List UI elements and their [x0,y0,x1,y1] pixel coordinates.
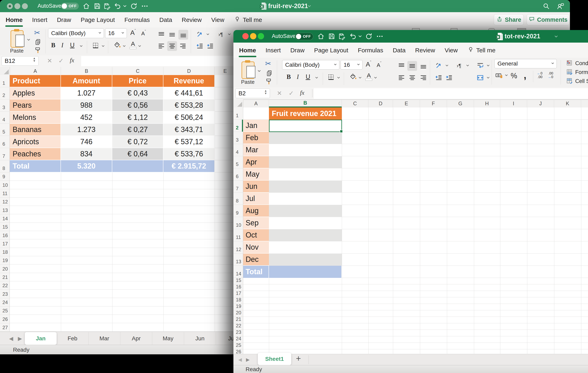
zoom-button[interactable] [22,3,28,9]
document-title[interactable]: tot-rev-2021 [504,33,540,40]
total-price-empty[interactable] [112,160,163,172]
decrease-indent-icon[interactable] [196,42,204,50]
cell-price[interactable]: € 0,72 [112,136,163,148]
tab-view[interactable]: View [211,16,224,23]
tab-draw[interactable]: Draw [290,47,304,54]
row-header[interactable]: 12 [0,198,10,206]
paste-chevron-icon[interactable] [26,37,31,43]
font-name-select[interactable]: Calibri (Body) [48,28,104,38]
tab-review[interactable]: Review [415,47,435,54]
tab-tell-me[interactable]: Tell me [234,16,262,24]
comma-style-icon[interactable]: , [524,70,526,81]
cell-styles-label[interactable]: Cell St [575,78,588,84]
paragraph-marks-icon[interactable]: ›¶ [457,63,461,69]
tab-review[interactable]: Review [182,16,201,23]
align-center-icon[interactable] [408,74,416,82]
row-header[interactable]: 3 [233,132,243,144]
column-b-band[interactable] [269,120,342,266]
cancel-icon[interactable]: ✕ [277,90,282,97]
increase-decimal-icon[interactable]: ←0.00 [537,71,542,79]
total-revenue[interactable]: € 2.915,72 [163,160,215,172]
row-header[interactable]: 2 [0,87,10,99]
align-center-icon[interactable] [167,41,177,51]
save-icon[interactable] [93,2,101,10]
month-cell[interactable]: Jan [243,120,269,132]
copy-icon[interactable] [266,70,273,77]
cell-amount[interactable]: 452 [61,111,112,124]
paste-chevron-icon[interactable] [257,68,262,74]
save-icon[interactable] [328,32,336,40]
tab-data[interactable]: Data [393,47,406,54]
align-top-icon[interactable] [397,62,406,70]
format-as-table-icon[interactable] [566,68,573,75]
zoom-button[interactable] [258,33,264,39]
cell-price[interactable]: € 0,27 [112,124,163,136]
row-header[interactable]: 17 [0,240,10,248]
row-header[interactable]: 24 [0,298,10,306]
tab-page-layout[interactable]: Page Layout [314,47,348,54]
align-left-icon[interactable] [397,74,406,82]
formula-input[interactable] [314,88,588,99]
column-header-a[interactable]: A [10,67,61,75]
home-icon[interactable] [82,2,90,10]
font-size-select[interactable]: 16 [105,28,127,38]
cell-amount[interactable]: 988 [61,99,112,111]
row-header[interactable]: 24 [233,336,243,343]
more-toolbar-icon[interactable] [376,32,384,40]
column-header-d[interactable]: D [163,67,215,75]
orientation-chevron-icon[interactable] [444,63,449,69]
align-right-icon[interactable] [419,74,428,82]
row-header[interactable]: 5 [0,124,10,136]
decrease-decimal-icon[interactable]: .00→0 [548,71,553,79]
currency-chevron-icon[interactable] [504,73,509,79]
cell-price[interactable]: € 0,56 [112,99,163,111]
borders-icon[interactable] [327,73,335,81]
row-header[interactable]: 10 [233,217,243,229]
total-label-cell[interactable]: Total [243,266,269,278]
align-middle-icon[interactable] [168,31,176,39]
underline-button[interactable]: U [306,73,310,81]
header-amount[interactable]: Amount [61,75,112,87]
cell-revenue[interactable]: € 537,12 [163,136,215,148]
font-color-button[interactable]: A [365,72,372,81]
row-header[interactable]: 9 [233,205,243,217]
align-top-icon[interactable] [157,31,165,39]
cell-amount[interactable]: 746 [61,136,112,148]
sheet-tab[interactable]: Apr [120,332,152,345]
save-as-icon[interactable] [103,2,111,10]
align-middle-icon[interactable] [407,61,417,71]
row-header[interactable]: 11 [0,189,10,198]
row-header[interactable]: 7 [233,181,243,193]
row-header[interactable]: 19 [233,304,243,310]
format-painter-icon[interactable] [265,78,273,85]
row-header[interactable]: 6 [233,168,243,181]
select-all-corner[interactable] [0,67,10,75]
row-header[interactable]: 26 [0,315,10,323]
name-box-spinner[interactable]: ▲▼ [264,90,267,95]
borders-icon[interactable] [92,41,99,49]
tab-home[interactable]: Home [6,16,22,23]
month-cell[interactable]: Feb [243,132,269,144]
tab-page-layout[interactable]: Page Layout [81,16,115,23]
sheet-tab[interactable]: Mar [88,332,120,345]
row-header[interactable]: 11 [233,229,243,241]
home-icon[interactable] [317,32,325,40]
italic-button[interactable]: I [61,41,63,49]
align-bottom-icon[interactable] [178,30,188,40]
column-header-e[interactable]: E [215,67,235,75]
enter-icon[interactable]: ✓ [58,57,63,64]
row-header[interactable]: 8 [0,160,10,172]
wrap-chevron-icon[interactable] [486,63,491,69]
grow-font-button[interactable]: Aˆ [366,61,371,68]
number-format-select[interactable]: General [494,59,557,68]
fill-color-icon[interactable] [113,41,121,49]
row-header[interactable]: 8 [233,193,243,205]
currency-format-icon[interactable] [495,71,503,79]
font-color-chevron-icon[interactable] [373,75,378,81]
month-cell[interactable]: Dec [243,253,269,266]
row-header[interactable]: 27 [0,323,10,332]
cell-revenue[interactable]: € 533,76 [163,148,215,160]
total-label[interactable]: Total [10,160,61,172]
align-bottom-icon[interactable] [419,62,428,70]
shrink-font-button[interactable]: Aˇ [141,30,146,37]
